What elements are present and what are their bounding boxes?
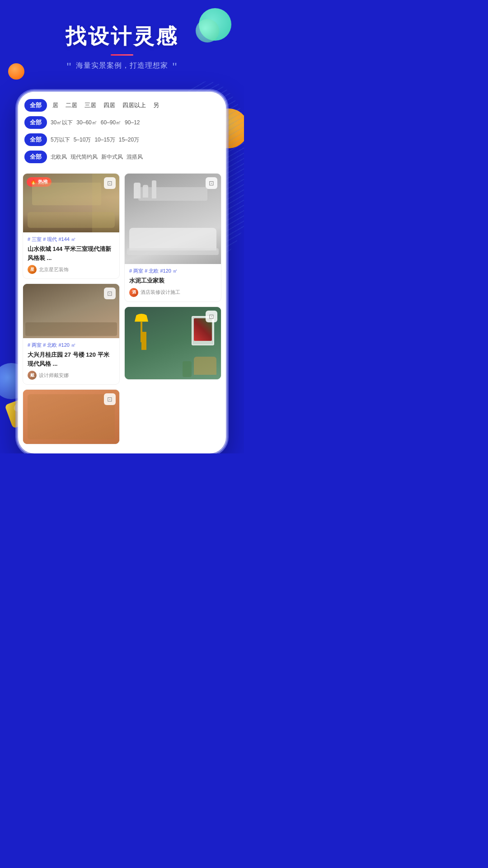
bookmark-button-1[interactable]: ⊡ [104,177,116,189]
filter-budget-10-15[interactable]: 10–15万 [94,136,115,144]
card1-author: 星 北京星艺装饰 [28,265,115,274]
card3-avatar-text: 戴 [30,373,34,378]
bookmark-button-3[interactable]: ⊡ [104,288,116,299]
filter-row-budget: 全部 5万以下 5–10万 10–15万 15–20万 [24,133,220,146]
filter-style-chinese[interactable]: 新中式风 [101,153,123,161]
card1-author-name: 北京星艺装饰 [39,266,69,273]
hot-label: 热推 [38,179,48,185]
card2-body: # 两室 # 北欧 #120 ㎡ 水泥工业家装 酒 酒店装修设计施工 [125,264,221,302]
card3-tags: # 两室 # 北欧 #120 ㎡ [28,342,115,349]
card-colorful-image: ⊡ [23,390,119,444]
card-shanshui[interactable]: 🔥 热推 ⊡ # 三室 # 现代 #144 ㎡ 山水依城 144 平米三室现代清… [23,173,120,279]
filter-area-60-90[interactable]: 60–90㎡ [101,119,121,127]
hot-badge: 🔥 热推 [27,177,52,187]
bookmark-icon-2: ⊡ [209,179,214,187]
subtitle: " 海量实景案例，打造理想家 " [18,61,226,74]
bookmark-button-5[interactable]: ⊡ [104,393,116,405]
bookmark-button-4[interactable]: ⊡ [206,311,217,322]
card3-title: 大兴月桂庄园 27 号楼 120 平米现代风格 ... [28,350,115,368]
filter-style-mix[interactable]: 混搭风 [127,153,143,161]
filter-item-3room[interactable]: 三居 [83,101,98,109]
bookmark-icon-5: ⊡ [107,396,113,403]
filter-budget-15-20[interactable]: 15–20万 [119,136,139,144]
filter-budget-5-10[interactable]: 5–10万 [74,136,91,144]
filter-budget-5[interactable]: 5万以下 [51,136,70,144]
card1-tags: # 三室 # 现代 #144 ㎡ [28,236,115,243]
main-title: 找设计灵感 [18,23,226,51]
card2-author-name: 酒店装修设计施工 [141,289,180,296]
card2-title: 水泥工业家装 [129,276,216,285]
filter-style-nordic[interactable]: 北欧风 [51,153,67,161]
bookmark-icon-3: ⊡ [107,290,113,297]
filter-row-style: 全部 北欧风 现代简约风 新中式风 混搭风 [24,151,220,163]
filter-area-30-60[interactable]: 30–60㎡ [76,119,97,127]
title-underline [111,54,133,56]
card-colorful[interactable]: ⊡ [23,389,120,444]
card-daxing[interactable]: ⊡ # 两室 # 北欧 #120 ㎡ 大兴月桂庄园 27 号楼 120 平米现代… [23,283,120,385]
card2-author: 酒 酒店装修设计施工 [129,288,216,297]
bookmark-button-2[interactable]: ⊡ [206,177,217,189]
card2-tags: # 两室 # 北欧 #120 ㎡ [129,268,216,274]
card-shanshui-image: 🔥 热推 ⊡ [23,174,119,232]
left-column: 🔥 热推 ⊡ # 三室 # 现代 #144 ㎡ 山水依城 144 平米三室现代清… [23,173,120,444]
card2-avatar: 酒 [129,288,138,297]
card1-avatar: 星 [28,265,37,274]
subtitle-text: 海量实景案例，打造理想家 [76,61,168,69]
card-daxing-image: ⊡ [23,284,119,338]
flame-icon: 🔥 [30,179,37,185]
card1-avatar-text: 星 [30,267,34,273]
card-green-image: ⊡ [125,307,221,379]
cards-grid: 🔥 热推 ⊡ # 三室 # 现代 #144 ㎡ 山水依城 144 平米三室现代清… [18,168,226,444]
filter-area-90[interactable]: 90–12 [125,119,140,126]
header: 找设计灵感 " 海量实景案例，打造理想家 " [0,0,244,87]
filter-item-2room[interactable]: 二居 [64,101,79,109]
right-column: ⊡ # 两室 # 北欧 #120 ㎡ 水泥工业家装 酒 酒店装修设计施工 [124,173,221,444]
card-shuini-image: ⊡ [125,174,221,264]
card2-avatar-text: 酒 [132,289,136,295]
card-shuini[interactable]: ⊡ # 两室 # 北欧 #120 ㎡ 水泥工业家装 酒 酒店装修设计施工 [124,173,221,302]
phone-mockup: 全部 居 二居 三居 四居 四居以上 另 全部 30㎡以下 30–60㎡ 60–… [18,92,226,453]
filter-item-yiju[interactable]: 居 [51,101,60,109]
filter-all-budget[interactable]: 全部 [24,133,47,146]
card3-body: # 两室 # 北欧 #120 ㎡ 大兴月桂庄园 27 号楼 120 平米现代风格… [23,338,119,384]
quote-right-icon: " [172,60,177,74]
card3-author: 戴 设计师戴安娜 [28,371,115,380]
bookmark-icon-4: ⊡ [209,313,214,320]
filter-all-room[interactable]: 全部 [24,99,47,112]
filter-style-modern[interactable]: 现代简约风 [70,153,98,161]
filter-all-style[interactable]: 全部 [24,151,47,163]
filter-section: 全部 居 二居 三居 四居 四居以上 另 全部 30㎡以下 30–60㎡ 60–… [18,92,226,163]
card1-title: 山水依城 144 平米三室现代清新风格装 ... [28,245,115,262]
bookmark-icon: ⊡ [107,179,113,187]
filter-all-area[interactable]: 全部 [24,116,47,129]
quote-left-icon: " [67,60,72,74]
filter-area-30[interactable]: 30㎡以下 [51,119,73,127]
card-green[interactable]: ⊡ [124,307,221,380]
filter-row-room: 全部 居 二居 三居 四居 四居以上 另 [24,99,220,112]
filter-row-area: 全部 30㎡以下 30–60㎡ 60–90㎡ 90–12 [24,116,220,129]
card3-avatar: 戴 [28,371,37,380]
filter-item-4room[interactable]: 四居 [102,101,117,109]
card1-body: # 三室 # 现代 #144 ㎡ 山水依城 144 平米三室现代清新风格装 ..… [23,232,119,278]
card3-author-name: 设计师戴安娜 [39,372,69,379]
filter-item-4plus[interactable]: 四居以上 [121,101,148,109]
filter-item-more[interactable]: 另 [151,101,161,109]
